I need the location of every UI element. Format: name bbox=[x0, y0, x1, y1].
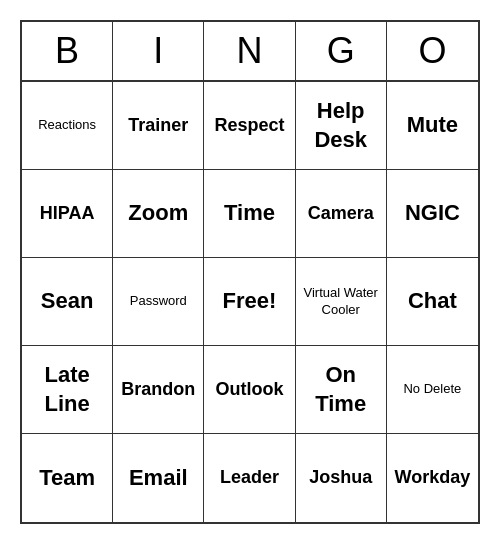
bingo-header-letter: N bbox=[204, 22, 295, 80]
bingo-cell: Team bbox=[22, 434, 113, 522]
bingo-cell: Time bbox=[204, 170, 295, 258]
bingo-cell: Password bbox=[113, 258, 204, 346]
bingo-cell: On Time bbox=[296, 346, 387, 434]
bingo-cell: Free! bbox=[204, 258, 295, 346]
bingo-cell: Late Line bbox=[22, 346, 113, 434]
bingo-cell: Zoom bbox=[113, 170, 204, 258]
bingo-grid: ReactionsTrainerRespectHelp DeskMuteHIPA… bbox=[22, 82, 478, 522]
bingo-header-letter: B bbox=[22, 22, 113, 80]
bingo-header-letter: O bbox=[387, 22, 478, 80]
bingo-cell: Respect bbox=[204, 82, 295, 170]
bingo-cell: Camera bbox=[296, 170, 387, 258]
bingo-cell: Virtual Water Cooler bbox=[296, 258, 387, 346]
bingo-header-letter: I bbox=[113, 22, 204, 80]
bingo-cell: Reactions bbox=[22, 82, 113, 170]
bingo-cell: Joshua bbox=[296, 434, 387, 522]
bingo-cell: Chat bbox=[387, 258, 478, 346]
bingo-cell: Sean bbox=[22, 258, 113, 346]
bingo-cell: Workday bbox=[387, 434, 478, 522]
bingo-cell: Leader bbox=[204, 434, 295, 522]
bingo-cell: HIPAA bbox=[22, 170, 113, 258]
bingo-cell: Outlook bbox=[204, 346, 295, 434]
bingo-cell: No Delete bbox=[387, 346, 478, 434]
bingo-header-letter: G bbox=[296, 22, 387, 80]
bingo-cell: NGIC bbox=[387, 170, 478, 258]
bingo-cell: Email bbox=[113, 434, 204, 522]
bingo-header: BINGO bbox=[22, 22, 478, 82]
bingo-cell: Trainer bbox=[113, 82, 204, 170]
bingo-cell: Help Desk bbox=[296, 82, 387, 170]
bingo-cell: Brandon bbox=[113, 346, 204, 434]
bingo-cell: Mute bbox=[387, 82, 478, 170]
bingo-card: BINGO ReactionsTrainerRespectHelp DeskMu… bbox=[20, 20, 480, 524]
